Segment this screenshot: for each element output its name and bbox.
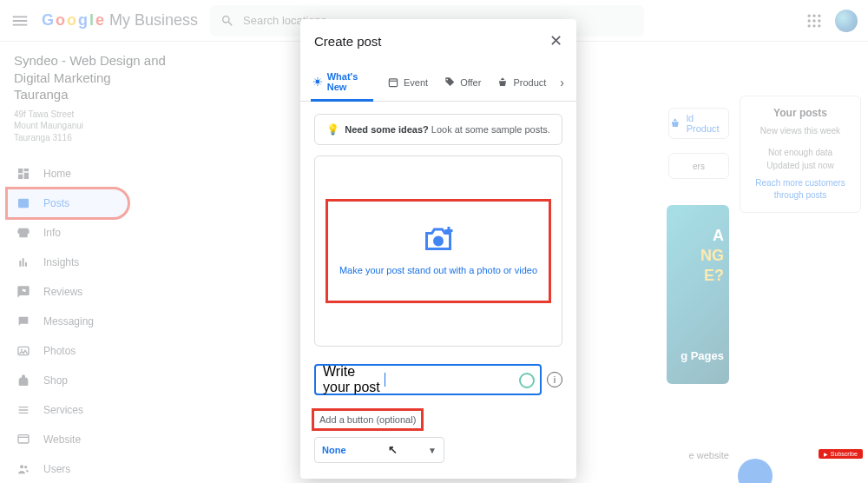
sidebar-item-messaging[interactable]: Messaging bbox=[14, 307, 167, 336]
svg-rect-12 bbox=[18, 435, 29, 443]
svg-point-3 bbox=[808, 19, 811, 22]
add-button-label: Add a button (optional) bbox=[314, 411, 421, 428]
services-icon bbox=[16, 402, 31, 418]
offers-card-partial[interactable]: ers bbox=[668, 153, 729, 179]
burst-icon bbox=[312, 76, 323, 88]
messaging-icon bbox=[16, 314, 31, 329]
close-icon[interactable]: ✕ bbox=[549, 31, 562, 50]
promo-banner-partial: A NG E? g Pages bbox=[667, 205, 729, 384]
youtube-subscribe-badge[interactable]: Subscribe bbox=[819, 449, 863, 459]
tab-offer[interactable]: Offer bbox=[442, 69, 483, 96]
svg-line-22 bbox=[319, 79, 320, 80]
svg-point-13 bbox=[20, 465, 23, 468]
dashboard-icon bbox=[16, 166, 31, 182]
calendar-icon bbox=[387, 76, 399, 89]
your-posts-title: Your posts bbox=[747, 107, 853, 119]
sidebar-item-users[interactable]: Users bbox=[14, 454, 167, 483]
add-product-card[interactable]: ld Product bbox=[668, 108, 729, 139]
users-icon bbox=[16, 461, 31, 477]
camera-add-icon bbox=[423, 227, 454, 253]
media-upload-area[interactable]: Make your post stand out with a photo or… bbox=[314, 155, 562, 347]
posts-icon bbox=[16, 195, 31, 211]
svg-point-4 bbox=[812, 19, 815, 22]
write-post-field[interactable]: Write your post bbox=[314, 364, 542, 395]
svg-point-14 bbox=[315, 80, 319, 84]
reach-more-link[interactable]: Reach more customers through posts bbox=[747, 177, 853, 202]
svg-rect-9 bbox=[18, 199, 29, 208]
svg-rect-23 bbox=[389, 79, 397, 87]
grammarly-icon[interactable] bbox=[519, 373, 535, 388]
tab-whats-new[interactable]: What's New bbox=[311, 64, 373, 102]
sidebar-item-label: Shop bbox=[43, 374, 68, 387]
svg-point-6 bbox=[808, 24, 811, 27]
svg-point-5 bbox=[818, 19, 820, 22]
sidebar-item-shop[interactable]: Shop bbox=[14, 366, 167, 395]
svg-point-2 bbox=[818, 14, 820, 17]
mouse-cursor-icon: ↖ bbox=[388, 443, 398, 456]
post-text-input[interactable] bbox=[385, 374, 510, 386]
tab-event[interactable]: Event bbox=[385, 69, 430, 96]
tag-icon bbox=[444, 76, 456, 89]
dropdown-value: None bbox=[322, 445, 346, 455]
sidebar-item-label: Website bbox=[43, 433, 81, 446]
basket-icon bbox=[669, 117, 681, 129]
field-label: Write your post bbox=[323, 364, 385, 395]
chevron-down-icon: ▼ bbox=[428, 446, 437, 455]
sidebar-item-reviews[interactable]: Reviews bbox=[14, 277, 167, 307]
svg-line-19 bbox=[314, 79, 315, 80]
hamburger-menu-icon[interactable] bbox=[10, 11, 30, 30]
create-post-modal: Create post ✕ What's New Event Offer Pro… bbox=[300, 19, 576, 479]
shop-icon bbox=[16, 373, 31, 388]
business-name: Syndeo - Web Design and Digital Marketin… bbox=[14, 52, 167, 103]
svg-line-20 bbox=[319, 83, 320, 84]
sample-posts-hint[interactable]: 💡 Need some ideas? Look at some sample p… bbox=[314, 114, 562, 145]
sidebar-item-label: Users bbox=[43, 463, 70, 475]
photos-icon bbox=[16, 343, 31, 359]
website-icon bbox=[16, 432, 31, 447]
sidebar-item-label: Insights bbox=[43, 256, 79, 268]
svg-point-0 bbox=[808, 14, 811, 17]
tabs-scroll-right-icon[interactable]: › bbox=[560, 76, 566, 89]
svg-line-21 bbox=[314, 83, 315, 84]
svg-point-26 bbox=[433, 236, 444, 247]
google-apps-icon[interactable] bbox=[806, 12, 823, 30]
sidebar-item-insights[interactable]: Insights bbox=[14, 248, 167, 277]
sidebar-item-label: Photos bbox=[43, 345, 76, 357]
sidebar-item-label: Home bbox=[43, 168, 71, 180]
sidebar-item-label: Services bbox=[43, 404, 83, 416]
storefront-icon bbox=[16, 225, 31, 241]
svg-point-7 bbox=[812, 24, 815, 27]
sidebar-item-posts[interactable]: Posts bbox=[7, 189, 128, 218]
website-link-partial[interactable]: e website bbox=[689, 450, 729, 460]
sidebar-item-website[interactable]: Website bbox=[14, 425, 167, 454]
insights-icon bbox=[16, 255, 31, 270]
post-type-tabs: What's New Event Offer Product › bbox=[300, 59, 576, 102]
your-posts-card: Your posts New views this week Not enoug… bbox=[740, 96, 861, 213]
sidebar-item-info[interactable]: Info bbox=[14, 218, 167, 248]
search-icon bbox=[220, 14, 234, 28]
google-my-business-logo: Google My Business bbox=[42, 11, 198, 30]
business-address: 49f Tawa Street Mount Maunganui Tauranga… bbox=[14, 109, 167, 144]
reviews-icon bbox=[16, 284, 31, 300]
sidebar-item-label: Info bbox=[43, 227, 61, 239]
sidebar-item-label: Messaging bbox=[43, 315, 94, 328]
upload-hint-text: Make your post stand out with a photo or… bbox=[339, 265, 537, 275]
info-icon[interactable]: i bbox=[547, 372, 562, 387]
basket-icon bbox=[496, 76, 509, 89]
svg-point-25 bbox=[446, 79, 448, 81]
button-type-dropdown[interactable]: None ↖ ▼ bbox=[314, 437, 444, 463]
sidebar-item-label: Reviews bbox=[43, 286, 82, 298]
account-avatar[interactable] bbox=[835, 10, 858, 32]
lightbulb-icon: 💡 bbox=[326, 123, 339, 136]
sidebar-item-services[interactable]: Services bbox=[14, 395, 167, 425]
sidebar-item-label: Posts bbox=[43, 197, 69, 209]
svg-point-11 bbox=[21, 349, 23, 351]
create-post-fab[interactable] bbox=[738, 459, 773, 483]
sidebar-item-home[interactable]: Home bbox=[14, 159, 167, 189]
svg-point-1 bbox=[812, 14, 815, 17]
sidebar-item-photos[interactable]: Photos bbox=[14, 336, 167, 366]
media-upload-highlight[interactable]: Make your post stand out with a photo or… bbox=[327, 201, 549, 301]
tab-product[interactable]: Product bbox=[495, 69, 548, 96]
svg-point-8 bbox=[818, 24, 820, 27]
modal-title: Create post bbox=[314, 34, 382, 49]
